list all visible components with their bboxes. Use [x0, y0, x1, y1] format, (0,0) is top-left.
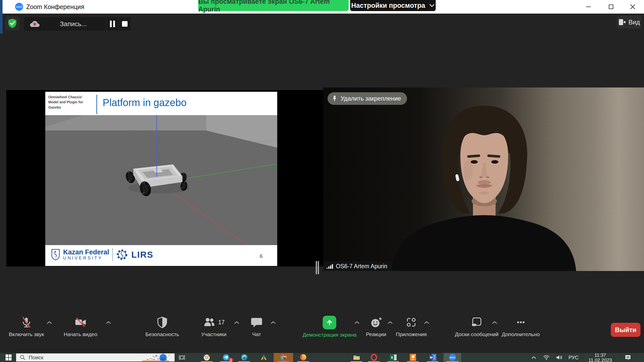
- chevron-up-icon: [234, 321, 239, 324]
- foxit-pdf-icon: PDF: [409, 353, 417, 361]
- toolbar-item-unmute[interactable]: Включить звук: [9, 316, 44, 337]
- share-options-chevron[interactable]: [354, 321, 360, 324]
- leave-button-label: Выйти: [615, 326, 636, 334]
- tray-language-indicator[interactable]: РУС: [568, 353, 579, 362]
- share-screen-label: Демонстрация экрана: [303, 332, 357, 338]
- chevron-up-icon: [492, 321, 497, 324]
- taskbar-app-word[interactable]: W: [427, 353, 438, 361]
- window-title: Zoom Конференция: [26, 3, 84, 11]
- toolbar-item-chat[interactable]: Чат: [250, 316, 263, 337]
- chrome-icon: [279, 353, 287, 361]
- unpin-button[interactable]: Удалить закрепление: [328, 92, 407, 105]
- connection-signal-icon: [326, 263, 333, 269]
- taskbar-search[interactable]: Поиск: [16, 353, 175, 361]
- clock-time: 11:37: [594, 353, 606, 357]
- whiteboards-options-chevron[interactable]: [492, 321, 497, 324]
- pane-resize-handle[interactable]: [316, 261, 317, 274]
- background-window-edge: [0, 0, 3, 34]
- taskbar-app-paint[interactable]: [201, 353, 213, 361]
- unpin-label: Удалить закрепление: [341, 95, 401, 102]
- reactions-options-chevron[interactable]: [387, 321, 393, 324]
- camera-off-icon: [74, 316, 87, 329]
- chat-options-chevron[interactable]: [270, 321, 276, 324]
- close-button[interactable]: [621, 0, 644, 14]
- taskbar-app-chrome[interactable]: [277, 353, 289, 361]
- folder-icon: [353, 353, 360, 361]
- toolbar-item-start-video[interactable]: Начать видео: [64, 316, 97, 337]
- toolbar-item-participants[interactable]: 17 Участники: [201, 316, 226, 337]
- tray-network[interactable]: [541, 353, 552, 362]
- participant-name-label: OS6-7 Artem Apurin: [323, 261, 392, 271]
- pause-recording-button[interactable]: [106, 17, 118, 31]
- taskbar-app-edge[interactable]: [238, 353, 250, 361]
- taskbar-app-file-explorer[interactable]: [351, 353, 362, 361]
- toolbar-item-share-screen[interactable]: Демонстрация экрана: [303, 316, 357, 338]
- taskbar-app-firefox[interactable]: [297, 353, 309, 361]
- notifications-icon: [625, 354, 631, 361]
- maximize-button[interactable]: [600, 0, 622, 14]
- whiteboards-label: Доски сообщений: [455, 331, 498, 337]
- leave-meeting-button[interactable]: Выйти: [611, 323, 640, 337]
- view-settings-dropdown[interactable]: Настройки просмотра: [350, 0, 436, 11]
- start-video-label: Начать видео: [64, 331, 97, 337]
- meeting-security-badge[interactable]: [5, 16, 20, 31]
- pinned-participant-video: Удалить закрепление OS6-7 Artem Apurin: [323, 87, 644, 271]
- apps-options-chevron[interactable]: [424, 321, 429, 324]
- taskbar-app-a-logo[interactable]: [258, 353, 269, 361]
- start-button[interactable]: [4, 354, 14, 361]
- unmute-options-chevron[interactable]: [47, 321, 52, 324]
- a-logo-icon: [260, 353, 268, 361]
- taskbar-app-telegram[interactable]: 1: [220, 353, 232, 361]
- unmute-label: Включить звук: [9, 331, 44, 337]
- tray-clock[interactable]: 11:37 11.02.2023: [586, 353, 614, 362]
- zoom-logo-text: zoom: [16, 6, 22, 8]
- pane-resize-handle[interactable]: [318, 261, 319, 274]
- task-view-icon: [178, 354, 185, 361]
- video-options-chevron[interactable]: [106, 321, 111, 324]
- minimize-button[interactable]: [577, 0, 600, 14]
- excel-letter: X: [391, 355, 393, 359]
- pause-icon: [113, 21, 115, 27]
- participants-count: 17: [218, 319, 225, 326]
- task-view-button[interactable]: [177, 354, 187, 361]
- chevron-up-icon: [270, 321, 276, 324]
- shared-screen-pane: Omniwheel Chassis' Model and Plugin for …: [6, 90, 323, 266]
- pause-icon: [110, 21, 112, 27]
- toolbar-item-security[interactable]: Безопасность: [145, 316, 179, 337]
- tray-show-hidden-icons[interactable]: [528, 353, 539, 362]
- taskbar-app-foxit-pdf[interactable]: PDF: [407, 353, 419, 361]
- firefox-icon: [299, 353, 307, 361]
- security-shield-icon: [156, 316, 169, 329]
- chevron-up-icon: [354, 321, 360, 324]
- slide-page-number: 6: [260, 253, 263, 259]
- taskbar-app-excel[interactable]: X: [387, 353, 399, 361]
- taskbar-app-zoom[interactable]: zoom: [447, 353, 458, 361]
- toolbar-item-apps[interactable]: Приложения: [396, 316, 427, 337]
- taskbar-app-opera[interactable]: [368, 353, 380, 361]
- search-highlight-illustration: [137, 353, 175, 361]
- whiteboard-icon: [470, 316, 483, 329]
- stop-recording-button[interactable]: [119, 17, 131, 31]
- chat-bubble-icon: [250, 316, 263, 329]
- maximize-icon: [608, 4, 614, 10]
- tray-action-center[interactable]: [622, 353, 633, 362]
- kfu-name-line2: UNIVERSITY: [63, 256, 109, 261]
- participants-label: Участники: [201, 331, 226, 337]
- word-icon: W: [429, 353, 437, 361]
- view-settings-label: Настройки просмотра: [351, 2, 425, 10]
- tray-volume[interactable]: [553, 353, 566, 362]
- divider: [96, 95, 97, 114]
- chevron-up-icon: [106, 321, 111, 324]
- toolbar-item-more[interactable]: Дополнительно: [502, 316, 540, 337]
- participants-options-chevron[interactable]: [234, 321, 239, 324]
- toolbar-item-reactions[interactable]: Реакции: [366, 316, 386, 337]
- opera-icon: [370, 353, 378, 361]
- recording-status-text: Запись...: [41, 20, 106, 28]
- minimize-icon: [585, 4, 592, 10]
- toolbar-item-whiteboards[interactable]: Доски сообщений: [455, 316, 498, 337]
- viewing-screen-banner: Вы просматриваете экран OS6-7 Artem Apur…: [198, 0, 349, 11]
- word-letter: W: [430, 356, 432, 359]
- chevron-up-icon: [47, 321, 52, 324]
- clock-date: 11.02.2023: [588, 358, 612, 362]
- view-layout-button[interactable]: Вид: [617, 16, 641, 29]
